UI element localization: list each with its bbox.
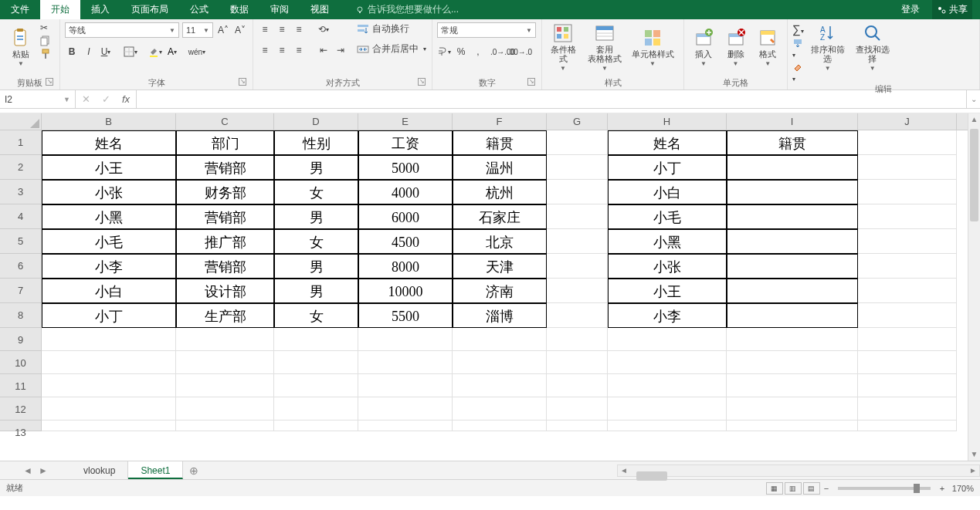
- cell-B4[interactable]: 小黑: [42, 204, 176, 229]
- cell-D3[interactable]: 女: [274, 180, 358, 204]
- select-all-button[interactable]: [0, 113, 42, 130]
- cell-F12[interactable]: [453, 397, 547, 420]
- cell-J9[interactable]: [858, 328, 957, 351]
- fill-color-button[interactable]: ▾: [148, 45, 162, 59]
- percent-button[interactable]: %: [454, 45, 468, 59]
- cell-E11[interactable]: [358, 374, 453, 397]
- sheet-tab-sheet1[interactable]: Sheet1: [128, 461, 183, 479]
- name-box[interactable]: I2▼: [0, 90, 76, 108]
- tab-review[interactable]: 审阅: [259, 0, 300, 19]
- cell-B13[interactable]: [42, 420, 176, 431]
- cell-J11[interactable]: [858, 374, 957, 397]
- format-as-table-button[interactable]: 套用 表格格式▼: [582, 21, 627, 73]
- wrap-text-button[interactable]: 自动换行: [357, 22, 426, 35]
- scroll-up-arrow[interactable]: ▲: [968, 113, 980, 126]
- cell-H10[interactable]: [608, 351, 727, 374]
- tab-home[interactable]: 开始: [40, 0, 80, 19]
- cell-G12[interactable]: [547, 397, 608, 420]
- cell-J10[interactable]: [858, 351, 957, 374]
- row-header-7[interactable]: 7: [0, 279, 42, 303]
- cell-C5[interactable]: 推广部: [176, 229, 274, 254]
- cell-F6[interactable]: 天津: [453, 254, 547, 279]
- sort-filter-button[interactable]: AZ 排序和筛选▼: [807, 21, 849, 73]
- cell-B6[interactable]: 小李: [42, 254, 176, 279]
- cell-I1[interactable]: 籍贯: [727, 130, 858, 155]
- merge-center-button[interactable]: 合并后居中▾: [357, 42, 426, 56]
- cell-J3[interactable]: [858, 180, 957, 204]
- cell-I11[interactable]: [727, 374, 858, 397]
- row-header-8[interactable]: 8: [0, 303, 42, 328]
- cell-E6[interactable]: 8000: [358, 254, 453, 279]
- cell-H12[interactable]: [608, 397, 727, 420]
- cut-button[interactable]: ✂: [40, 22, 51, 33]
- increase-font-button[interactable]: A˄: [216, 23, 230, 37]
- cell-I13[interactable]: [727, 420, 858, 431]
- decrease-indent-button[interactable]: ⇤: [317, 43, 331, 57]
- row-header-2[interactable]: 2: [0, 155, 42, 180]
- col-header-D[interactable]: D: [274, 113, 358, 130]
- cell-B11[interactable]: [42, 374, 176, 397]
- underline-button[interactable]: U▾: [99, 45, 113, 59]
- cell-B12[interactable]: [42, 397, 176, 420]
- align-center-button[interactable]: ≡: [275, 43, 289, 57]
- cell-E4[interactable]: 6000: [358, 204, 453, 229]
- cell-D12[interactable]: [274, 397, 358, 420]
- cell-C8[interactable]: 生产部: [176, 303, 274, 328]
- align-right-button[interactable]: ≡: [292, 43, 306, 57]
- cell-C11[interactable]: [176, 374, 274, 397]
- cell-F7[interactable]: 济南: [453, 279, 547, 303]
- cell-H4[interactable]: 小毛: [608, 204, 727, 229]
- cell-G10[interactable]: [547, 351, 608, 374]
- zoom-slider[interactable]: [838, 487, 931, 490]
- row-header-13[interactable]: 13: [0, 420, 42, 431]
- zoom-out-button[interactable]: −: [821, 484, 832, 493]
- col-header-F[interactable]: F: [453, 113, 547, 130]
- tab-view[interactable]: 视图: [300, 0, 340, 19]
- cell-C3[interactable]: 财务部: [176, 180, 274, 204]
- cell-I2[interactable]: [727, 155, 858, 180]
- scroll-down-arrow[interactable]: ▼: [968, 448, 980, 461]
- cell-G13[interactable]: [547, 420, 608, 431]
- phonetic-button[interactable]: wén▾: [190, 45, 204, 59]
- cell-D13[interactable]: [274, 420, 358, 431]
- cell-H1[interactable]: 姓名: [608, 130, 727, 155]
- cell-I12[interactable]: [727, 397, 858, 420]
- font-dialog-launcher[interactable]: ↘: [239, 78, 246, 86]
- font-size-combo[interactable]: 11▼: [182, 22, 213, 38]
- cell-C2[interactable]: 营销部: [176, 155, 274, 180]
- cell-H13[interactable]: [608, 420, 727, 431]
- cell-D8[interactable]: 女: [274, 303, 358, 328]
- cell-F4[interactable]: 石家庄: [453, 204, 547, 229]
- cell-E8[interactable]: 5500: [358, 303, 453, 328]
- cell-F5[interactable]: 北京: [453, 229, 547, 254]
- row-header-12[interactable]: 12: [0, 397, 42, 420]
- cell-E10[interactable]: [358, 351, 453, 374]
- cell-F9[interactable]: [453, 328, 547, 351]
- copy-button[interactable]: [40, 35, 51, 46]
- cell-E7[interactable]: 10000: [358, 279, 453, 303]
- cell-H8[interactable]: 小李: [608, 303, 727, 328]
- cell-F1[interactable]: 籍贯: [453, 130, 547, 155]
- cell-E9[interactable]: [358, 328, 453, 351]
- cell-E13[interactable]: [358, 420, 453, 431]
- cell-C6[interactable]: 营销部: [176, 254, 274, 279]
- tab-formulas[interactable]: 公式: [179, 0, 219, 19]
- cell-E12[interactable]: [358, 397, 453, 420]
- col-header-B[interactable]: B: [42, 113, 176, 130]
- row-header-1[interactable]: 1: [0, 130, 42, 155]
- add-sheet-button[interactable]: ⊕: [183, 464, 205, 477]
- cell-I3[interactable]: [727, 180, 858, 204]
- cell-E1[interactable]: 工资: [358, 130, 453, 155]
- cell-C13[interactable]: [176, 420, 274, 431]
- row-header-4[interactable]: 4: [0, 204, 42, 229]
- cell-I6[interactable]: [727, 254, 858, 279]
- row-header-3[interactable]: 3: [0, 180, 42, 204]
- comma-button[interactable]: ,: [471, 45, 485, 59]
- cell-E3[interactable]: 4000: [358, 180, 453, 204]
- col-header-G[interactable]: G: [547, 113, 608, 130]
- cell-G2[interactable]: [547, 155, 608, 180]
- tab-page-layout[interactable]: 页面布局: [120, 0, 179, 19]
- col-header-I[interactable]: I: [727, 113, 858, 130]
- cell-J2[interactable]: [858, 155, 957, 180]
- cell-I9[interactable]: [727, 328, 858, 351]
